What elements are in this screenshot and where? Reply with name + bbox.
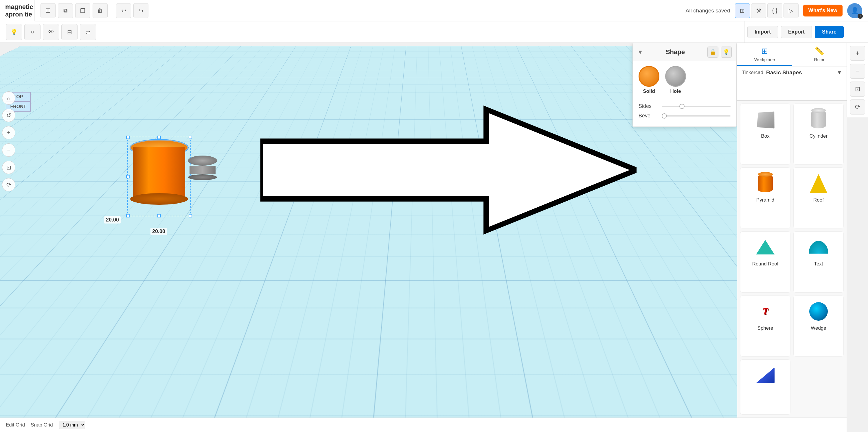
- small-cyl-bottom: [188, 174, 217, 180]
- top-action-btns: Import Export Share: [744, 22, 846, 43]
- box-icon: [757, 111, 775, 128]
- round-roof-icon: [809, 241, 828, 254]
- shape-roof[interactable]: Round Roof: [740, 231, 790, 292]
- rotate-btn[interactable]: ⟳: [2, 178, 16, 192]
- shape-round-roof[interactable]: Text: [793, 231, 844, 292]
- shape-wedge[interactable]: [740, 359, 790, 414]
- view-buttons: ⊞ ⚒ { } ▷: [735, 3, 799, 18]
- round-roof-visual: [807, 236, 830, 259]
- text-label: Sphere: [757, 325, 773, 331]
- share-button[interactable]: Share: [815, 26, 844, 38]
- cylinder-orange-icon: [758, 174, 773, 192]
- bevel-slider[interactable]: [662, 115, 731, 117]
- pyramid-label: Roof: [813, 197, 824, 203]
- tinkercad-brand: Tinkercad: [742, 70, 763, 75]
- sphere-label: Wedge: [811, 325, 826, 331]
- main-cylinder[interactable]: [130, 135, 188, 205]
- box-visual: [754, 108, 777, 131]
- cylinder-bottom: [130, 193, 188, 205]
- handle-tm[interactable]: [157, 136, 161, 139]
- small-cyl-top: [188, 156, 217, 166]
- solid-option[interactable]: Solid: [639, 66, 659, 94]
- shape-box[interactable]: Box: [740, 103, 790, 165]
- shape-light-btn[interactable]: 💡: [721, 46, 732, 58]
- rotate-right-btn[interactable]: ⟳: [850, 99, 865, 114]
- edit-grid-btn[interactable]: Edit Grid: [6, 422, 25, 428]
- ruler-label: Ruler: [814, 57, 825, 62]
- solid-hole-row: Solid Hole: [633, 61, 736, 99]
- home-btn[interactable]: ⌂: [2, 91, 16, 105]
- fit-btn[interactable]: ⊡: [2, 161, 16, 174]
- hole-circle: [665, 66, 686, 87]
- props-section: Sides Bevel: [633, 99, 736, 127]
- bevel-label: Bevel: [639, 113, 662, 119]
- cylinder-orange-visual: [754, 172, 777, 195]
- grid-view-btn[interactable]: ⊞: [735, 3, 750, 18]
- shape-sphere[interactable]: Wedge: [793, 296, 844, 357]
- light-btn[interactable]: 💡: [6, 24, 22, 40]
- code-btn[interactable]: { }: [767, 3, 782, 18]
- sim-btn[interactable]: ▷: [783, 3, 799, 18]
- shape-panel-arrow[interactable]: ▼: [638, 49, 643, 56]
- user-avatar[interactable]: 👤 +: [847, 3, 862, 18]
- ruler-tab[interactable]: 📏 Ruler: [792, 43, 846, 66]
- library-header: Tinkercad Basic Shapes ▼: [737, 67, 846, 79]
- solid-label: Solid: [643, 89, 655, 94]
- new-button[interactable]: ☐: [40, 3, 56, 18]
- workplane-tab[interactable]: ⊞ Workplane: [737, 43, 792, 66]
- zoom-out-right-btn[interactable]: −: [850, 64, 865, 79]
- duplicate-button[interactable]: ❐: [75, 3, 90, 18]
- bottom-bar: Edit Grid Snap Grid 1.0 mm: [0, 418, 846, 432]
- import-button[interactable]: Import: [747, 26, 778, 38]
- topbar: magnetic apron tie ☐ ⧉ ❐ 🗑 ↩ ↪ All chang…: [0, 0, 868, 22]
- cylinder-gray-visual: [807, 108, 830, 131]
- library-name: Basic Shapes: [766, 69, 802, 76]
- export-button[interactable]: Export: [781, 26, 812, 38]
- shape-panel-title: Shape: [666, 48, 685, 56]
- build-btn[interactable]: ⚒: [751, 3, 766, 18]
- zoom-in-right-btn[interactable]: +: [850, 46, 865, 61]
- snap-grid-label: Snap Grid: [31, 422, 53, 428]
- roof-visual: [754, 236, 777, 259]
- sides-slider[interactable]: [662, 106, 731, 107]
- sides-label: Sides: [639, 103, 662, 109]
- ruler-icon: 📏: [814, 46, 824, 56]
- right-icons: + − ⊡ ⟳: [846, 43, 868, 118]
- copy-button[interactable]: ⧉: [58, 3, 73, 18]
- shape-pyramid[interactable]: Roof: [793, 167, 844, 228]
- snap-value-select[interactable]: 1.0 mm: [59, 421, 85, 429]
- zoom-out-btn[interactable]: −: [2, 143, 16, 157]
- orbit-btn[interactable]: ↺: [2, 109, 16, 122]
- toolbar2: 💡 ○ 👁 ⊟ ⇌: [0, 22, 868, 43]
- fit-right-btn[interactable]: ⊡: [850, 81, 865, 97]
- delete-button[interactable]: 🗑: [93, 3, 107, 18]
- shape-lock-btn[interactable]: 🔒: [707, 46, 718, 58]
- shape-cylinder-gray[interactable]: Cylinder: [793, 103, 844, 165]
- shape-text[interactable]: T Sphere: [740, 296, 790, 357]
- wedge-visual: [754, 364, 777, 387]
- shape-btn[interactable]: ○: [24, 24, 40, 40]
- roof-label: Round Roof: [752, 261, 779, 267]
- logo-area: magnetic apron tie: [0, 0, 35, 22]
- solid-circle: [639, 66, 659, 87]
- undo-button[interactable]: ↩: [116, 3, 131, 18]
- shape-cylinder-orange[interactable]: Pyramid: [740, 167, 790, 228]
- whats-new-button[interactable]: What's New: [803, 5, 842, 16]
- pyramid-icon: [810, 174, 827, 193]
- sphere-icon: [809, 302, 828, 321]
- round-roof-label: Text: [814, 261, 823, 267]
- cylinder-gray-icon: [811, 110, 826, 128]
- bevel-row: Bevel: [639, 113, 731, 119]
- mirror-btn[interactable]: ⇌: [80, 24, 96, 40]
- hole-option[interactable]: Hole: [665, 66, 686, 94]
- save-status: All changes saved: [685, 7, 730, 14]
- align-btn[interactable]: ⊟: [61, 24, 78, 40]
- shapes-catalog-top: ⊞ Workplane 📏 Ruler Tinkercad Basic Shap…: [737, 43, 846, 101]
- library-dropdown-btn[interactable]: ▼: [837, 70, 842, 76]
- small-cylinder[interactable]: [188, 156, 217, 173]
- redo-button[interactable]: ↪: [133, 3, 148, 18]
- cylinder-orange-label: Pyramid: [756, 197, 774, 203]
- shape-panel: ▼ Shape 🔒 💡 Solid Hole Sides Bevel: [632, 43, 737, 127]
- zoom-in-btn[interactable]: +: [2, 126, 16, 139]
- eye-btn[interactable]: 👁: [43, 24, 59, 40]
